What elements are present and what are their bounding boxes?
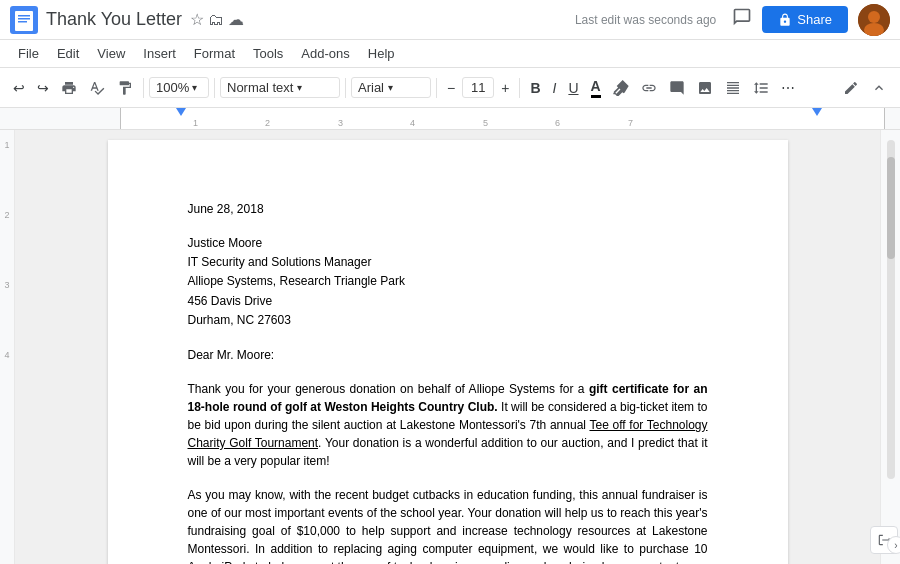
menu-bar: File Edit View Insert Format Tools Add-o… bbox=[0, 40, 900, 68]
doc-salutation: Dear Mr. Moore: bbox=[188, 346, 708, 364]
font-size-control: − 11 + bbox=[442, 77, 514, 99]
undo-button[interactable]: ↩ bbox=[8, 77, 30, 99]
scrollbar-track[interactable] bbox=[887, 140, 895, 479]
ruler-cursor-right[interactable] bbox=[812, 108, 822, 116]
image-button[interactable] bbox=[692, 77, 718, 99]
recipient-city: Durham, NC 27603 bbox=[188, 311, 708, 330]
menu-view[interactable]: View bbox=[89, 43, 133, 64]
ruler-tick-6: 6 bbox=[555, 118, 560, 128]
highlight-button[interactable] bbox=[608, 77, 634, 99]
document-title[interactable]: Thank You Letter bbox=[46, 9, 182, 30]
page-marker-1: 1 bbox=[4, 140, 9, 150]
main-area: 1 2 3 4 June 28, 2018 Justice Moore IT S… bbox=[0, 130, 900, 564]
last-edit-status: Last edit was seconds ago bbox=[575, 13, 716, 27]
style-arrow: ▾ bbox=[297, 82, 302, 93]
menu-tools[interactable]: Tools bbox=[245, 43, 291, 64]
font-size-increase[interactable]: + bbox=[496, 77, 514, 99]
document-content[interactable]: June 28, 2018 Justice Moore IT Security … bbox=[188, 200, 708, 564]
text-color-button[interactable]: A bbox=[586, 75, 606, 101]
recipient-name: Justice Moore bbox=[188, 234, 708, 253]
paint-format-button[interactable] bbox=[112, 77, 138, 99]
more-button[interactable]: ⋯ bbox=[776, 77, 800, 99]
share-label: Share bbox=[797, 12, 832, 27]
edit-mode-button[interactable] bbox=[838, 77, 864, 99]
doc-address: Justice Moore IT Security and Solutions … bbox=[188, 234, 708, 330]
doc-paragraph-2: As you may know, with the recent budget … bbox=[188, 486, 708, 564]
separator-5 bbox=[519, 78, 520, 98]
comment-button[interactable] bbox=[664, 77, 690, 99]
ruler-tick-4: 4 bbox=[410, 118, 415, 128]
ruler-tick-5: 5 bbox=[483, 118, 488, 128]
italic-button[interactable]: I bbox=[548, 77, 562, 99]
star-icon[interactable]: ☆ bbox=[190, 10, 204, 29]
left-margin-bar: 1 2 3 4 bbox=[0, 130, 15, 564]
page-marker-2: 2 bbox=[4, 210, 9, 220]
separator-1 bbox=[143, 78, 144, 98]
linespacing-button[interactable] bbox=[748, 77, 774, 99]
print-button[interactable] bbox=[56, 77, 82, 99]
spellcheck-button[interactable] bbox=[84, 77, 110, 99]
ruler-tick-3: 3 bbox=[338, 118, 343, 128]
chat-button[interactable] bbox=[728, 3, 756, 36]
separator-3 bbox=[345, 78, 346, 98]
zoom-selector[interactable]: 100% ▾ bbox=[149, 77, 209, 98]
ruler-cursor-left[interactable] bbox=[176, 108, 186, 116]
menu-addons[interactable]: Add-ons bbox=[293, 43, 357, 64]
font-size-decrease[interactable]: − bbox=[442, 77, 460, 99]
paragraph-style-selector[interactable]: Normal text ▾ bbox=[220, 77, 340, 98]
svg-point-6 bbox=[868, 11, 880, 23]
recipient-address: 456 Davis Drive bbox=[188, 292, 708, 311]
collapse-toolbar-button[interactable] bbox=[866, 77, 892, 99]
zoom-arrow: ▾ bbox=[192, 82, 197, 93]
ruler-content: 1 2 3 4 5 6 7 bbox=[120, 108, 885, 130]
menu-help[interactable]: Help bbox=[360, 43, 403, 64]
separator-2 bbox=[214, 78, 215, 98]
link-button[interactable] bbox=[636, 77, 662, 99]
title-bar: Thank You Letter ☆ 🗂 ☁ Last edit was sec… bbox=[0, 0, 900, 40]
para1-pre: Thank you for your generous donation on … bbox=[188, 382, 589, 396]
ruler-tick-2: 2 bbox=[265, 118, 270, 128]
ruler-tick-1: 1 bbox=[193, 118, 198, 128]
font-arrow: ▾ bbox=[388, 82, 393, 93]
page-marker-4: 4 bbox=[4, 350, 9, 360]
scrollbar-thumb[interactable] bbox=[887, 157, 895, 259]
cloud-icon[interactable]: ☁ bbox=[228, 10, 244, 29]
menu-edit[interactable]: Edit bbox=[49, 43, 87, 64]
scroll-area[interactable]: June 28, 2018 Justice Moore IT Security … bbox=[15, 130, 880, 564]
font-selector[interactable]: Arial ▾ bbox=[351, 77, 431, 98]
menu-file[interactable]: File bbox=[10, 43, 47, 64]
font-size-value[interactable]: 11 bbox=[462, 77, 494, 98]
toolbar: ↩ ↪ 100% ▾ Normal text ▾ Arial ▾ − 11 + … bbox=[0, 68, 900, 108]
menu-insert[interactable]: Insert bbox=[135, 43, 184, 64]
doc-date: June 28, 2018 bbox=[188, 200, 708, 218]
svg-rect-2 bbox=[18, 15, 30, 17]
recipient-company: Alliope Systems, Research Triangle Park bbox=[188, 272, 708, 291]
page-marker-3: 3 bbox=[4, 280, 9, 290]
user-avatar[interactable] bbox=[858, 4, 890, 36]
share-button[interactable]: Share bbox=[762, 6, 848, 33]
underline-button[interactable]: U bbox=[563, 77, 583, 99]
text-color-label: A bbox=[591, 78, 601, 98]
sidebar-expand-button[interactable]: › bbox=[887, 536, 900, 554]
docs-app-icon bbox=[10, 6, 38, 34]
svg-rect-3 bbox=[18, 18, 30, 20]
ruler: 1 2 3 4 5 6 7 bbox=[0, 108, 900, 130]
redo-button[interactable]: ↪ bbox=[32, 77, 54, 99]
bold-button[interactable]: B bbox=[525, 77, 545, 99]
recipient-title: IT Security and Solutions Manager bbox=[188, 253, 708, 272]
document-page: June 28, 2018 Justice Moore IT Security … bbox=[108, 140, 788, 564]
menu-format[interactable]: Format bbox=[186, 43, 243, 64]
folder-icon[interactable]: 🗂 bbox=[208, 11, 224, 29]
right-sidebar: › bbox=[880, 130, 900, 564]
ruler-tick-7: 7 bbox=[628, 118, 633, 128]
align-button[interactable] bbox=[720, 77, 746, 99]
separator-4 bbox=[436, 78, 437, 98]
doc-paragraph-1: Thank you for your generous donation on … bbox=[188, 380, 708, 470]
svg-rect-4 bbox=[18, 21, 27, 23]
